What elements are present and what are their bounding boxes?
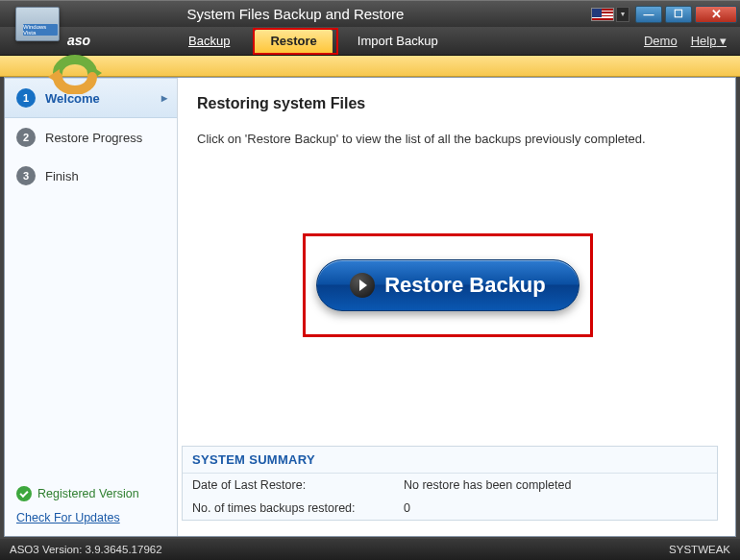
summary-value: No restore has been completed [404,478,571,492]
system-summary-panel: SYSTEM SUMMARY Date of Last Restore: No … [182,446,718,521]
summary-label: No. of times backups restored: [192,501,404,515]
restore-button-label: Restore Backup [384,273,546,298]
minimize-button[interactable]: — [635,6,662,23]
statusbar: ASO3 Version: 3.9.3645.17962 SYSTWEAK [0,539,740,560]
summary-row-restore-count: No. of times backups restored: 0 [183,497,717,520]
close-button[interactable]: ✕ [695,6,737,23]
content-area: 1 Welcome 2 Restore Progress 3 Finish Re… [4,77,736,537]
tab-restore[interactable]: Restore [255,30,332,53]
window-title: System Files Backup and Restore [0,6,591,22]
drive-label-badge: Windows Vista [23,24,58,36]
summary-value: 0 [404,501,410,515]
brand-logo: aso [67,33,90,48]
language-dropdown[interactable]: ▾ [616,7,629,22]
step-welcome[interactable]: 1 Welcome [5,78,177,118]
maximize-button[interactable]: ☐ [665,6,692,23]
version-text: ASO3 Version: 3.9.3645.17962 [10,544,162,555]
step-number: 1 [16,88,36,108]
step-label: Finish [45,169,79,183]
main-panel: Restoring system Files Click on 'Restore… [178,78,735,536]
page-description: Click on 'Restore Backup' to view the li… [197,132,716,146]
check-updates-link[interactable]: Check For Updates [5,505,177,536]
watermark: SYSTWEAK [669,544,730,555]
tab-restore-highlight: Restore [253,28,337,55]
check-icon [16,486,32,501]
tab-import-backup[interactable]: Import Backup [342,30,454,53]
tab-backup[interactable]: Backup [173,30,245,53]
language-flag-icon[interactable] [591,8,614,21]
step-label: Restore Progress [45,131,142,145]
play-icon [350,273,375,298]
step-label: Welcome [45,91,100,106]
page-heading: Restoring system Files [197,95,716,112]
summary-row-last-restore: Date of Last Restore: No restore has bee… [183,474,717,497]
registered-version: Registered Version [5,482,177,505]
help-menu[interactable]: Help ▾ [691,34,727,48]
ribbon-strip [0,56,740,77]
step-number: 2 [16,128,36,147]
demo-link[interactable]: Demo [644,34,678,48]
titlebar: Windows Vista System Files Backup and Re… [0,0,740,27]
step-finish[interactable]: 3 Finish [5,157,177,195]
step-number: 3 [16,166,36,185]
summary-label: Date of Last Restore: [192,478,404,492]
restore-button-highlight: Restore Backup [303,233,593,337]
restore-backup-button[interactable]: Restore Backup [316,259,580,311]
wizard-sidebar: 1 Welcome 2 Restore Progress 3 Finish Re… [5,78,178,536]
step-restore-progress[interactable]: 2 Restore Progress [5,118,177,157]
summary-title: SYSTEM SUMMARY [183,447,717,474]
menubar: Backup Restore Import Backup Demo Help ▾ [0,27,740,56]
